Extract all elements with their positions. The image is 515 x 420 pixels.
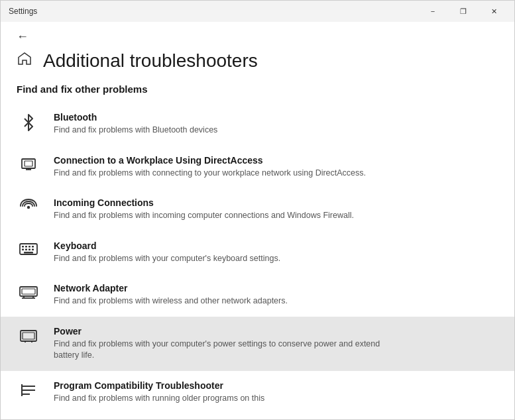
list-item-keyboard[interactable]: Keyboard Find and fix problems with your… xyxy=(1,231,514,274)
network-desc: Find and fix problems with wireless and … xyxy=(54,295,288,307)
power-name: Power xyxy=(54,326,398,337)
incoming-name: Incoming Connections xyxy=(54,197,354,208)
svg-rect-9 xyxy=(32,246,34,248)
compat-text: Program Compatibility Troubleshooter Fin… xyxy=(54,380,264,405)
titlebar-title: Settings xyxy=(9,7,37,16)
svg-rect-11 xyxy=(25,248,27,250)
list-item-directaccess[interactable]: Connection to a Workplace Using DirectAc… xyxy=(1,146,514,189)
svg-rect-1 xyxy=(25,161,32,166)
home-icon[interactable] xyxy=(17,51,32,71)
list-item-incoming[interactable]: Incoming Connections Find and fix proble… xyxy=(1,188,514,231)
maximize-button[interactable]: ❐ xyxy=(448,1,479,22)
svg-rect-15 xyxy=(20,287,37,296)
network-name: Network Adapter xyxy=(54,283,288,293)
page-title-area: Additional troubleshooters xyxy=(1,46,514,83)
svg-rect-10 xyxy=(22,248,24,250)
svg-point-4 xyxy=(27,206,30,209)
keyboard-text: Keyboard Find and fix problems with your… xyxy=(54,240,280,265)
directaccess-desc: Find and fix problems with connecting to… xyxy=(54,168,366,180)
svg-rect-13 xyxy=(29,248,30,250)
top-nav: ← xyxy=(1,22,514,46)
bluetooth-text: Bluetooth Find and fix problems with Blu… xyxy=(54,112,217,136)
titlebar-left: Settings xyxy=(9,7,37,16)
page-title: Additional troubleshooters xyxy=(43,50,258,72)
directaccess-icon xyxy=(17,156,40,174)
network-adapter-icon xyxy=(17,284,40,300)
svg-rect-12 xyxy=(24,252,33,254)
incoming-desc: Find and fix problems with incoming comp… xyxy=(54,210,354,222)
power-desc: Find and fix problems with your computer… xyxy=(54,339,398,362)
bluetooth-desc: Find and fix problems with Bluetooth dev… xyxy=(54,125,217,136)
svg-rect-6 xyxy=(22,246,24,248)
incoming-text: Incoming Connections Find and fix proble… xyxy=(54,197,354,222)
svg-rect-21 xyxy=(23,333,34,339)
section-title: Find and fix other problems xyxy=(1,83,514,103)
svg-rect-7 xyxy=(25,246,27,248)
keyboard-icon xyxy=(17,242,40,256)
svg-rect-19 xyxy=(22,289,35,294)
svg-rect-14 xyxy=(32,248,34,250)
titlebar-controls: − ❐ ✕ xyxy=(418,1,509,22)
bluetooth-icon xyxy=(17,113,40,132)
back-button[interactable]: ← xyxy=(17,30,29,44)
keyboard-desc: Find and fix problems with your computer… xyxy=(54,253,280,265)
troubleshooter-list: Bluetooth Find and fix problems with Blu… xyxy=(1,103,514,419)
power-text: Power Find and fix problems with your co… xyxy=(54,326,398,362)
power-icon xyxy=(17,327,40,344)
list-item-compat[interactable]: Program Compatibility Troubleshooter Fin… xyxy=(1,371,514,414)
incoming-icon xyxy=(17,199,40,213)
minimize-button[interactable]: − xyxy=(418,1,448,22)
compat-icon xyxy=(17,382,40,399)
directaccess-text: Connection to a Workplace Using DirectAc… xyxy=(54,155,366,180)
compat-name: Program Compatibility Troubleshooter xyxy=(54,380,264,391)
network-text: Network Adapter Find and fix problems wi… xyxy=(54,283,288,307)
list-item-bluetooth[interactable]: Bluetooth Find and fix problems with Blu… xyxy=(1,103,514,146)
bluetooth-name: Bluetooth xyxy=(54,112,217,123)
svg-rect-0 xyxy=(22,159,35,168)
window: Settings − ❐ ✕ ← Additional troubleshoot… xyxy=(0,0,515,420)
keyboard-name: Keyboard xyxy=(54,240,280,251)
list-item-network[interactable]: Network Adapter Find and fix problems wi… xyxy=(1,274,514,317)
content-area: ← Additional troubleshooters Find and fi… xyxy=(1,22,514,419)
list-item-power[interactable]: Power Find and fix problems with your co… xyxy=(1,317,514,371)
directaccess-name: Connection to a Workplace Using DirectAc… xyxy=(54,155,366,166)
svg-rect-8 xyxy=(29,246,30,248)
compat-desc: Find and fix problems with running older… xyxy=(54,393,264,405)
close-button[interactable]: ✕ xyxy=(479,1,509,22)
titlebar: Settings − ❐ ✕ xyxy=(1,1,514,22)
